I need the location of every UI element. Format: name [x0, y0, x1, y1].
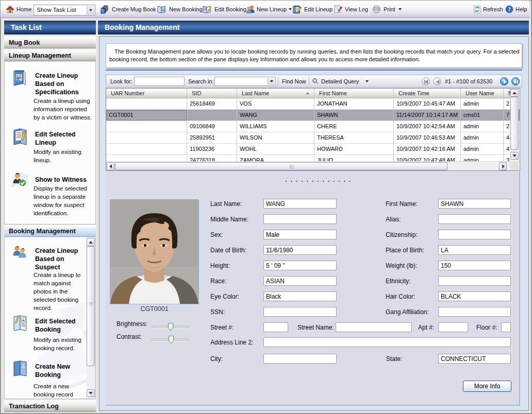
svg-text:?: ? — [508, 6, 511, 12]
